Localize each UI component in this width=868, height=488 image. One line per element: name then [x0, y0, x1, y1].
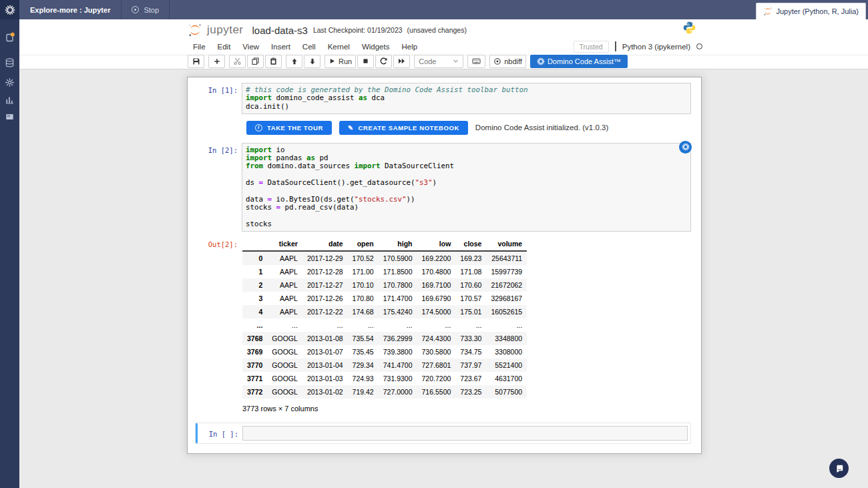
restart-kernel-button[interactable]	[375, 55, 392, 68]
cell-value: 169.6790	[417, 292, 456, 305]
cell-value: 4631700	[486, 372, 527, 385]
domino-spinner-icon	[5, 5, 15, 15]
restart-run-all-button[interactable]	[393, 55, 410, 68]
row-index: 2	[242, 278, 267, 292]
take-the-tour-button[interactable]: i TAKE THE TOUR	[246, 121, 332, 135]
stats-chart-icon[interactable]	[4, 94, 15, 105]
column-header: low	[417, 237, 456, 251]
column-header: volume	[486, 237, 527, 251]
nbdiff-button[interactable]: nbdiff	[489, 55, 526, 68]
cell-value: 171.4700	[379, 292, 417, 305]
dca-cell-assist-button[interactable]	[679, 141, 692, 154]
domino-logo-icon[interactable]	[0, 0, 19, 19]
menubar: FileEditViewInsertCellKernelWidgetsHelp …	[187, 39, 702, 54]
cell-value: GOOGL	[267, 332, 302, 345]
cell-value: 735.45	[348, 345, 379, 358]
cell-value: 174.5000	[417, 305, 456, 318]
cell-value: 2013-01-07	[302, 345, 348, 358]
command-palette-button[interactable]	[467, 55, 485, 68]
stop-button[interactable]: Stop	[122, 0, 170, 19]
unsaved-changes-text: (unsaved changes)	[407, 26, 467, 34]
cell-value: ...	[302, 318, 348, 332]
chat-bubble-button[interactable]	[829, 459, 849, 478]
cell-value: 169.7100	[417, 278, 456, 292]
cell-type-select[interactable]: Code	[414, 55, 463, 68]
create-sample-notebook-label: CREATE SAMPLE NOTEBOOK	[359, 124, 459, 132]
data-icon[interactable]	[4, 57, 15, 68]
chat-bubble-icon	[834, 463, 844, 473]
cell-value: 2017-12-27	[302, 278, 348, 292]
notebook-toolbar: Run Code nbdiff Domino Code Assist™	[188, 54, 628, 68]
take-the-tour-label: TAKE THE TOUR	[267, 124, 323, 132]
menu-item-insert[interactable]: Insert	[265, 41, 296, 53]
code-editor-1[interactable]: # this code is generated by the Domino C…	[242, 83, 691, 114]
keyboard-icon	[471, 57, 481, 65]
menu-item-help[interactable]: Help	[395, 41, 423, 53]
jupyter-wordmark[interactable]: jupyter	[207, 23, 244, 37]
cell-value: 16052615	[486, 305, 527, 318]
settings-gear-icon[interactable]	[4, 77, 15, 87]
run-button[interactable]: Run	[324, 55, 356, 68]
paste-cells-button[interactable]	[265, 55, 282, 68]
arrow-up-icon	[290, 57, 298, 65]
cell-value: 170.7800	[379, 278, 417, 292]
projects-icon[interactable]	[4, 31, 15, 42]
cell-value: 720.7200	[417, 372, 456, 385]
empty-code-cell[interactable]: In [ ]:	[195, 423, 691, 444]
cell-value: 21672062	[486, 278, 527, 292]
cell-value: 724.93	[348, 372, 379, 385]
notebook-title[interactable]: load-data-s3	[252, 25, 308, 36]
row-index: 3770	[242, 358, 267, 372]
move-cells-up-button[interactable]	[286, 55, 302, 68]
code-cell-1: In [1]: # this code is generated by the …	[198, 83, 691, 114]
cell-value: 169.2200	[417, 251, 456, 265]
info-icon: i	[255, 124, 262, 132]
output-area-1: i TAKE THE TOUR ✎ CREATE SAMPLE NOTEBOOK…	[198, 121, 691, 135]
menu-item-kernel[interactable]: Kernel	[322, 41, 356, 53]
cell-value: 2017-12-28	[302, 265, 348, 278]
cell-value: 3348800	[486, 332, 527, 345]
interrupt-kernel-button[interactable]	[357, 55, 374, 68]
copy-cells-button[interactable]	[247, 55, 264, 68]
menu-item-cell[interactable]: Cell	[296, 41, 322, 53]
cell-value: AAPL	[267, 305, 302, 318]
empty-code-editor[interactable]	[242, 426, 688, 441]
bar-chart-icon	[5, 95, 15, 105]
row-index: 3769	[242, 345, 267, 358]
cell-value: 724.4300	[417, 332, 456, 345]
dataframe-table: tickerdateopenhighlowclosevolume0AAPL201…	[242, 237, 527, 399]
row-index: 3772	[242, 385, 267, 399]
copy-icon	[251, 57, 260, 65]
cell-value: ...	[379, 318, 417, 332]
chevron-down-icon	[453, 58, 459, 64]
jupyter-workspace-tab[interactable]: Jupyter (Python, R, Julia)	[756, 3, 867, 19]
cell-value: 727.6801	[417, 358, 456, 372]
jupyter-logo-icon[interactable]	[188, 23, 202, 37]
workspace-session-tab[interactable]: Explore-more : Jupyter	[19, 0, 122, 19]
trusted-button[interactable]: Trusted	[574, 41, 609, 53]
cut-cells-button[interactable]	[229, 55, 246, 68]
cell-value: 734.75	[455, 345, 486, 358]
menu-item-file[interactable]: File	[187, 41, 212, 53]
save-button[interactable]	[188, 55, 204, 68]
dataframe-shape-text: 3773 rows × 7 columns	[242, 405, 691, 413]
cell-value: 171.8500	[379, 265, 417, 278]
create-sample-notebook-button[interactable]: ✎ CREATE SAMPLE NOTEBOOK	[339, 121, 468, 135]
column-header: close	[455, 237, 486, 251]
move-cells-down-button[interactable]	[304, 55, 320, 68]
code-editor-2[interactable]: import ioimport pandas as pdfrom domino.…	[242, 143, 691, 232]
table-header-row: tickerdateopenhighlowclosevolume	[242, 237, 527, 251]
cell-value: ...	[348, 318, 379, 332]
insert-cell-below-button[interactable]	[208, 55, 225, 68]
domino-code-assist-button[interactable]: Domino Code Assist™	[530, 55, 628, 68]
workspaces-icon[interactable]	[4, 111, 15, 122]
table-row: 3769GOOGL2013-01-07735.45739.3800730.580…	[242, 345, 527, 358]
kernel-idle-indicator-icon	[696, 43, 702, 49]
session-tab-label: Explore-more : Jupyter	[30, 6, 110, 14]
menu-item-edit[interactable]: Edit	[212, 41, 237, 53]
cell-value: GOOGL	[267, 358, 302, 372]
menu-item-widgets[interactable]: Widgets	[356, 41, 396, 53]
save-icon	[192, 57, 200, 65]
menu-item-view[interactable]: View	[236, 41, 265, 53]
code-cell-2: In [2]: import ioimport pandas as pdfrom…	[198, 143, 691, 232]
